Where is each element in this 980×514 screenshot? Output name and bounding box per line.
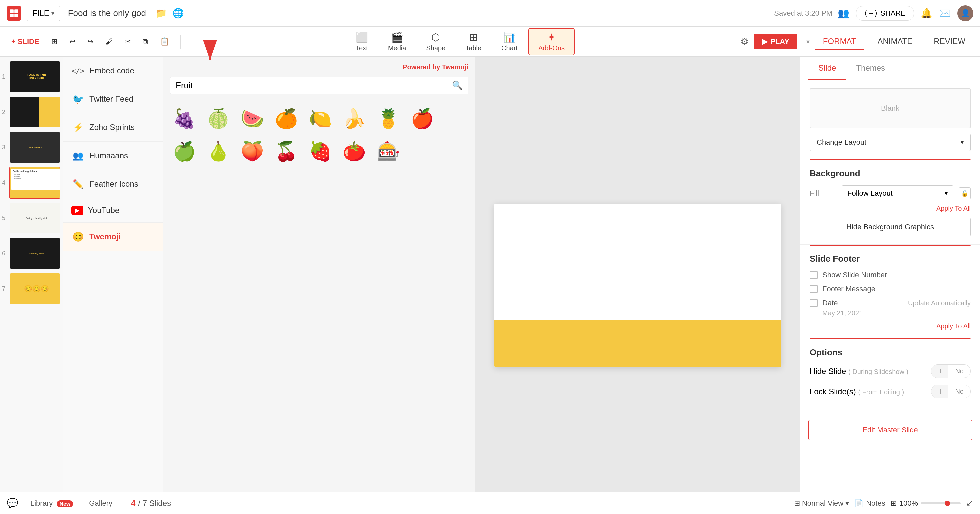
format-tab-themes[interactable]: Themes	[846, 57, 895, 80]
saved-status: Saved at 3:20 PM	[774, 9, 832, 18]
view-toggle-button[interactable]: ⊞	[47, 35, 62, 49]
addon-humaaans[interactable]: 👥 Humaaans	[63, 142, 163, 170]
humaaans-icon: 👥	[72, 149, 85, 162]
tool-chart[interactable]: 📊 Chart	[492, 29, 527, 55]
globe-icon[interactable]: 🌐	[172, 8, 184, 19]
tool-text[interactable]: ⬜ Text	[346, 29, 377, 55]
emoji-strawberry[interactable]: 🍓	[306, 138, 335, 165]
paste-button[interactable]: 📋	[155, 35, 173, 49]
twemoji-search-input[interactable]	[176, 80, 449, 91]
apply-to-all-footer[interactable]: Apply To All	[810, 322, 970, 330]
user-avatar[interactable]: 👤	[957, 5, 973, 21]
slide-thumbnail-1[interactable]: FOOD IS THEONLY GOD	[10, 60, 60, 93]
slide-canvas[interactable]	[494, 204, 781, 367]
lock-slide-sub: ( From Editing )	[858, 388, 904, 396]
gallery-tab[interactable]: Gallery	[82, 496, 119, 510]
emoji-lemon[interactable]: 🍋	[306, 105, 335, 132]
slide-thumbnail-3[interactable]: Ask what's...	[10, 131, 60, 163]
emoji-cherries[interactable]: 🍒	[272, 138, 301, 165]
fill-lock-button[interactable]: 🔒	[959, 187, 970, 199]
addon-twitter-label: Twitter Feed	[89, 94, 133, 103]
bell-icon[interactable]: 🔔	[921, 8, 932, 19]
change-layout-button[interactable]: Change Layout ▾	[810, 134, 970, 151]
addon-embed[interactable]: </> Embed code	[63, 57, 163, 85]
add-slide-button[interactable]: + SLIDE	[7, 35, 44, 49]
search-icon[interactable]: 🔍	[452, 80, 463, 91]
share-button[interactable]: ⟨→⟩ SHARE	[856, 6, 914, 21]
zoom-thumb[interactable]	[945, 501, 950, 506]
file-button[interactable]: FILE ▾	[27, 6, 60, 21]
twitter-icon: 🐦	[72, 92, 85, 106]
hide-slide-toggle[interactable]: II No	[931, 364, 970, 378]
tool-table[interactable]: ⊞ Table	[456, 29, 491, 55]
play-button[interactable]: ▶ PLAY	[754, 34, 797, 49]
tool-shape[interactable]: ⬡ Shape	[417, 29, 455, 55]
emoji-red-apple[interactable]: 🍎	[408, 105, 437, 132]
footer-message-row: Footer Message	[810, 285, 970, 293]
date-checkbox[interactable]	[810, 299, 818, 307]
emoji-pear[interactable]: 🍐	[204, 138, 233, 165]
addon-twitter[interactable]: 🐦 Twitter Feed	[63, 85, 163, 113]
tab-review[interactable]: REVIEW	[926, 33, 973, 50]
collab-icon[interactable]: 👥	[838, 8, 850, 19]
emoji-green-apple[interactable]: 🍏	[170, 138, 199, 165]
hide-background-button[interactable]: Hide Background Graphics	[810, 218, 970, 236]
normal-view-button[interactable]: ⊞ Normal View ▾	[794, 499, 849, 508]
fullscreen-icon[interactable]: ⤢	[966, 498, 973, 508]
addon-embed-label: Embed code	[89, 66, 134, 75]
slide-thumbnail-6[interactable]: The daily Plate	[10, 237, 60, 269]
addon-youtube[interactable]: ▶ YouTube	[63, 198, 163, 223]
tab-animate[interactable]: ANIMATE	[869, 33, 920, 50]
addon-feather[interactable]: ✏️ Feather Icons	[63, 170, 163, 198]
notes-button[interactable]: 📄 Notes	[854, 499, 885, 508]
scissors-button[interactable]: ✂	[120, 35, 135, 49]
addon-twemoji[interactable]: 😊 Twemoji	[63, 223, 163, 251]
tool-media[interactable]: 🎬 Media	[379, 29, 415, 55]
addon-zoho[interactable]: ⚡ Zoho Sprints	[63, 113, 163, 142]
folder-icon[interactable]: 📁	[155, 8, 167, 19]
footer-message-checkbox[interactable]	[810, 285, 818, 293]
emoji-slot-machine[interactable]: 🎰	[374, 138, 402, 165]
hide-slide-toggle-ii[interactable]: II	[931, 364, 948, 378]
settings-icon[interactable]: ⚙	[740, 36, 749, 47]
fill-dropdown[interactable]: Follow Layout ▾	[842, 185, 953, 201]
addon-humaaans-label: Humaaans	[89, 151, 128, 160]
apply-to-all-bg[interactable]: Apply To All	[810, 205, 970, 212]
mail-icon[interactable]: ✉️	[939, 8, 951, 19]
edit-master-slide-button[interactable]: Edit Master Slide	[808, 420, 972, 440]
show-slide-number-checkbox[interactable]	[810, 271, 818, 279]
format-tab-slide[interactable]: Slide	[808, 57, 846, 80]
chat-icon[interactable]: 💬	[7, 498, 18, 509]
slide-preview-2	[10, 97, 60, 127]
slide-thumbnail-4[interactable]: Fruits and Vegetables • Item one• Item t…	[10, 167, 60, 199]
emoji-melon[interactable]: 🍈	[204, 105, 233, 132]
zoom-slider[interactable]	[921, 502, 961, 504]
tab-format[interactable]: FORMAT	[815, 33, 864, 50]
lock-slide-toggle-ii[interactable]: II	[931, 385, 948, 398]
emoji-orange[interactable]: 🍊	[272, 105, 301, 132]
copy-button[interactable]: ⧉	[138, 35, 153, 49]
emoji-banana[interactable]: 🍌	[340, 105, 369, 132]
emoji-grid: 🍇 🍈 🍉 🍊 🍋 🍌 🍍 🍎 🍏 🍐 🍑 🍒 🍓 🍅 🎰	[163, 100, 475, 170]
emoji-watermelon[interactable]: 🍉	[238, 105, 267, 132]
tool-addons[interactable]: ✦ Add-Ons	[528, 28, 575, 55]
lock-slide-toggle-no[interactable]: No	[948, 385, 970, 398]
date-value: May 21, 2021	[822, 309, 970, 317]
slide-thumbnail-7[interactable]: 😊😊😊	[10, 273, 60, 305]
slide-thumbnail-2[interactable]	[10, 96, 60, 128]
library-tab[interactable]: Library New	[24, 496, 80, 510]
top-bar-right: 👥 ⟨→⟩ SHARE 🔔 ✉️ 👤	[838, 5, 973, 21]
lock-slide-toggle[interactable]: II No	[931, 385, 970, 398]
twemoji-search-bar[interactable]: 🔍	[170, 77, 468, 94]
paint-format-button[interactable]: 🖌	[101, 35, 117, 49]
play-label: PLAY	[770, 37, 789, 46]
redo-button[interactable]: ↪	[83, 35, 98, 49]
emoji-grapes[interactable]: 🍇	[170, 105, 199, 132]
play-dropdown-icon[interactable]: ▾	[803, 38, 810, 46]
undo-button[interactable]: ↩	[65, 35, 80, 49]
slide-thumbnail-5[interactable]: Eating a healthy diet	[10, 202, 60, 234]
emoji-pineapple[interactable]: 🍍	[374, 105, 402, 132]
emoji-tomato[interactable]: 🍅	[340, 138, 369, 165]
hide-slide-toggle-no[interactable]: No	[948, 364, 970, 378]
emoji-peach[interactable]: 🍑	[238, 138, 267, 165]
